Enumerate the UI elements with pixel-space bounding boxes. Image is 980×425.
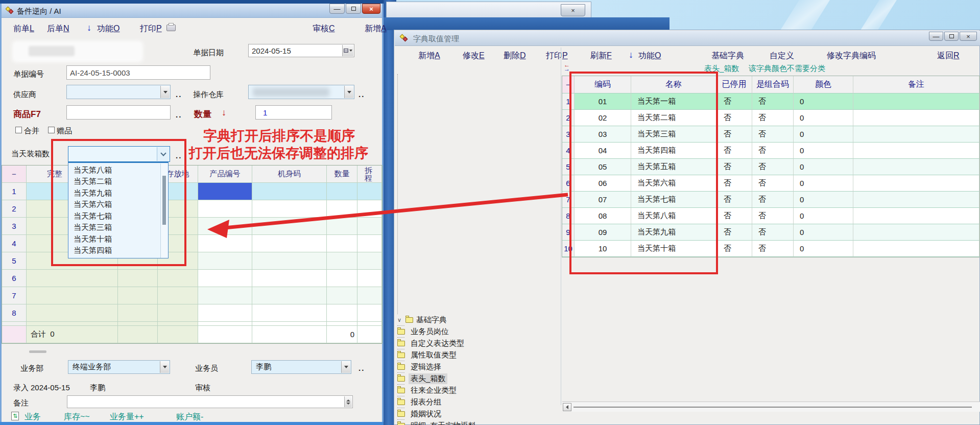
grid-cell[interactable]: [853, 110, 979, 126]
grid-cell[interactable]: [198, 252, 252, 270]
row-number[interactable]: 6: [2, 270, 27, 287]
selected-cell[interactable]: [198, 183, 252, 200]
grid-cell[interactable]: 0: [794, 159, 853, 175]
grid-header-cell[interactable]: 产品编号: [198, 166, 252, 183]
dropdown-item[interactable]: 当天第六箱: [68, 199, 160, 210]
expander-icon[interactable]: ∨: [397, 317, 403, 323]
dropdown-item[interactable]: 当天第九箱: [68, 187, 160, 199]
toolbar-prev-doc[interactable]: 前单L: [13, 23, 34, 34]
scroll-left-icon[interactable]: [563, 403, 571, 411]
tree-item[interactable]: 属性取值类型: [397, 349, 560, 361]
grid-cell[interactable]: [327, 200, 357, 218]
toolbar-edit[interactable]: 修改E: [463, 51, 485, 61]
grid-header-cell[interactable]: 机身码: [252, 166, 327, 183]
grid-cell[interactable]: 02: [575, 110, 631, 126]
grid-cell[interactable]: [158, 304, 198, 322]
link-business[interactable]: 业务: [25, 412, 41, 422]
row-number[interactable]: 6: [562, 175, 575, 192]
merge-checkbox[interactable]: [15, 127, 22, 133]
grid-cell[interactable]: 10: [575, 241, 631, 257]
grid-cell[interactable]: [252, 183, 327, 200]
tree-item[interactable]: 表头_箱数: [397, 373, 560, 384]
toolbar-delete[interactable]: 删除D: [504, 51, 526, 61]
grid-cell[interactable]: 04: [575, 143, 631, 159]
remark-field[interactable]: [67, 395, 353, 408]
grid-cell[interactable]: 否: [716, 93, 752, 110]
dropdown-item[interactable]: 当天第三箱: [68, 222, 160, 233]
gift-checkbox[interactable]: [48, 127, 55, 133]
row-number[interactable]: 7: [2, 287, 27, 304]
grid-cell[interactable]: 0: [794, 224, 853, 241]
grid-header-cell[interactable]: 名称: [631, 76, 716, 93]
grid-cell[interactable]: 否: [716, 175, 752, 192]
salesman-more-button[interactable]: ..: [358, 364, 365, 372]
grid-header-cell[interactable]: 数量: [327, 166, 357, 183]
grid-cell[interactable]: [198, 270, 252, 287]
grid-cell[interactable]: [357, 218, 382, 235]
chevron-down-icon[interactable]: [344, 86, 353, 98]
grid-corner-cell[interactable]: −: [562, 76, 575, 93]
grid-cell[interactable]: [853, 208, 979, 224]
grid-cell[interactable]: 0: [794, 175, 853, 192]
grid-cell[interactable]: 当天第五箱: [631, 159, 716, 175]
grid-cell[interactable]: [27, 270, 118, 287]
grid-cell[interactable]: 03: [575, 126, 631, 143]
toolbar-refresh[interactable]: 刷新F: [590, 51, 612, 61]
scrollbar[interactable]: [160, 163, 168, 258]
row-number[interactable]: 2: [2, 200, 27, 218]
salesman-combo[interactable]: 李鹏: [251, 360, 351, 374]
grid-cell[interactable]: 0: [794, 143, 853, 159]
row-number[interactable]: 1: [562, 93, 575, 110]
grid-cell[interactable]: 否: [752, 241, 794, 257]
grid-cell[interactable]: [198, 200, 252, 218]
grid-cell[interactable]: [252, 252, 327, 270]
toolbar-print[interactable]: 打印P: [546, 51, 568, 61]
dropdown-item[interactable]: 当天第二箱: [68, 176, 160, 187]
grid-cell[interactable]: 09: [575, 224, 631, 241]
grid-cell[interactable]: 否: [716, 192, 752, 208]
grid-cell[interactable]: 05: [575, 159, 631, 175]
maximize-icon[interactable]: [944, 32, 959, 41]
grid-cell[interactable]: [853, 224, 979, 241]
grid-cell[interactable]: 否: [716, 159, 752, 175]
row-number[interactable]: 3: [562, 126, 575, 143]
grid-cell[interactable]: [327, 183, 357, 200]
grid-cell[interactable]: [357, 183, 382, 200]
grid-cell[interactable]: 当天第八箱: [631, 208, 716, 224]
grid-cell[interactable]: [357, 304, 382, 322]
grid-cell[interactable]: 否: [752, 143, 794, 159]
grid-cell[interactable]: [252, 235, 327, 252]
grid-cell[interactable]: [327, 304, 357, 322]
toolbar-base-dict[interactable]: 基础字典: [711, 51, 744, 61]
grid-cell[interactable]: [158, 270, 198, 287]
grid-cell[interactable]: [357, 252, 382, 270]
toolbar-audit[interactable]: 审核C: [313, 23, 335, 34]
grid-cell[interactable]: [118, 287, 158, 304]
doc-date-field[interactable]: 2024-05-15: [248, 44, 354, 57]
dropdown-item[interactable]: 当天第八箱: [68, 164, 160, 176]
grid-cell[interactable]: 0: [794, 208, 853, 224]
toolbar-print[interactable]: 打印P: [140, 23, 162, 34]
close-icon[interactable]: ×: [362, 4, 380, 14]
minimize-icon[interactable]: —: [329, 4, 345, 14]
link-business-volume[interactable]: 业务量++: [110, 412, 144, 422]
grid-cell[interactable]: 否: [716, 208, 752, 224]
grid-cell[interactable]: [198, 218, 252, 235]
product-more-button[interactable]: ..: [176, 110, 182, 119]
row-number[interactable]: 10: [562, 241, 575, 257]
grid-cell[interactable]: 否: [752, 208, 794, 224]
row-number[interactable]: 9: [562, 224, 575, 241]
toolbar-return[interactable]: 返回R: [937, 51, 960, 61]
grid-cell[interactable]: 否: [716, 110, 752, 126]
grid-cell[interactable]: 0: [794, 241, 853, 257]
grid-cell[interactable]: [853, 192, 979, 208]
tree-item[interactable]: 自定义表达类型: [397, 338, 560, 349]
tree-item[interactable]: 婚姻状况: [397, 408, 560, 419]
grid-cell[interactable]: 当天第十箱: [631, 241, 716, 257]
grid-cell[interactable]: [327, 218, 357, 235]
grid-cell[interactable]: 否: [752, 159, 794, 175]
grid-cell[interactable]: 否: [752, 93, 794, 110]
chevron-down-icon[interactable]: [160, 361, 169, 373]
grid-cell[interactable]: 0: [794, 93, 853, 110]
grid-cell[interactable]: 否: [752, 192, 794, 208]
